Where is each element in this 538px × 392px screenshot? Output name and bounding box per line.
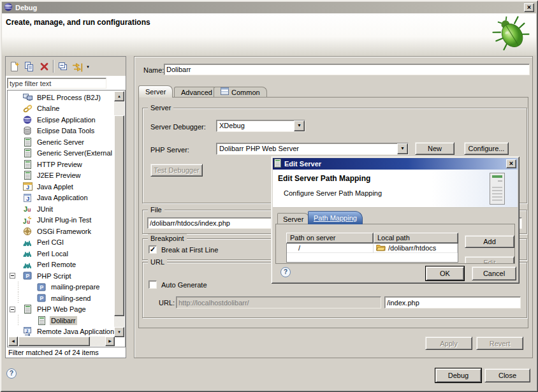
- tree-item-label: J2EE Preview: [36, 171, 82, 180]
- cancel-button[interactable]: Cancel: [472, 266, 516, 280]
- edit-server-tab-server[interactable]: Server: [277, 213, 309, 224]
- tree-item-junit[interactable]: JuJUnit: [8, 203, 114, 215]
- scroll-down-icon[interactable]: ▼: [114, 327, 124, 337]
- server-icon: [36, 316, 47, 325]
- url-label: URL:: [159, 299, 175, 307]
- tree-item-label: Eclipse Application: [36, 115, 97, 124]
- tree-item-mailing-send[interactable]: Pmailing-send: [8, 293, 114, 304]
- edit-server-close-button[interactable]: ×: [506, 159, 516, 168]
- tree-item-mailing-prepare[interactable]: Pmailing-prepare: [8, 282, 114, 293]
- tree-item-perl-local[interactable]: Perl Local: [8, 248, 114, 259]
- edit-mapping-button[interactable]: Edit: [465, 256, 514, 264]
- tree-item-generic-server-external-la[interactable]: Generic Server(External La: [8, 148, 114, 159]
- cell-path-on-server: /: [287, 243, 374, 253]
- tree-item-perl-cgi[interactable]: Perl CGI: [8, 237, 114, 249]
- name-label: Name:: [143, 66, 164, 74]
- type-filter-input[interactable]: [7, 78, 106, 89]
- tree-item-perl-remote[interactable]: Perl Remote: [8, 259, 114, 271]
- filter-menu-chevron-icon[interactable]: ▼: [86, 65, 90, 69]
- tab-advanced[interactable]: Advanced: [174, 87, 219, 98]
- php-server-label: PHP Server:: [150, 146, 189, 154]
- column-path-on-server[interactable]: Path on server: [286, 233, 374, 243]
- filter-status-text: Filter matched 24 of 24 items: [8, 349, 99, 356]
- auto-generate-checkbox[interactable]: [149, 280, 157, 289]
- tree-item-php-script[interactable]: PPHP Script: [8, 270, 114, 282]
- test-debugger-button[interactable]: Test Debugger: [150, 164, 203, 177]
- tree-item-generic-server[interactable]: Generic Server: [8, 136, 114, 148]
- mapping-table-row[interactable]: //dolibarr/htdocs: [287, 243, 458, 253]
- new-configuration-icon[interactable]: [8, 61, 20, 73]
- junit-icon: Ju: [22, 204, 33, 214]
- server-tower-icon: [486, 172, 509, 207]
- break-first-line-checkbox[interactable]: [149, 245, 157, 254]
- add-mapping-button[interactable]: Add: [465, 235, 514, 248]
- column-local-path[interactable]: Local path: [374, 233, 458, 243]
- url-base-input: [176, 296, 381, 309]
- server-debugger-select[interactable]: XDebug ▼: [216, 120, 305, 132]
- chevron-down-icon[interactable]: ▼: [397, 143, 408, 154]
- svg-text:J: J: [26, 184, 29, 191]
- table-icon: [221, 87, 229, 98]
- tab-common[interactable]: Common: [214, 87, 267, 98]
- tree-item-bpel-process-b2j[interactable]: BPEL Process (B2J): [8, 92, 114, 103]
- cell-local-path: /dolibarr/htdocs: [374, 243, 458, 253]
- collapse-minus-icon[interactable]: [10, 307, 15, 312]
- tree-item-java-application[interactable]: JJava Application: [8, 192, 114, 204]
- eclipse-app-icon: [22, 115, 33, 124]
- help-icon[interactable]: ?: [280, 267, 291, 277]
- tab-server[interactable]: Server: [138, 85, 173, 98]
- hscroll-thumb[interactable]: [18, 337, 90, 346]
- banner-title: Create, manage, and run configurations: [6, 18, 150, 27]
- tree-item-dolibarr[interactable]: Dolibarr: [8, 315, 114, 326]
- scroll-right-icon[interactable]: ▶: [105, 337, 115, 346]
- duplicate-configuration-icon[interactable]: [23, 61, 35, 73]
- database-icon: [22, 126, 33, 136]
- configurations-tree-box: BPEL Process (B2J)ChaîneEclipse Applicat…: [7, 90, 126, 347]
- tree-item-eclipse-application[interactable]: Eclipse Application: [8, 114, 114, 126]
- svg-text:u: u: [27, 207, 31, 213]
- tree-item-cha-ne[interactable]: Chaîne: [8, 103, 114, 115]
- window-close-button[interactable]: ×: [524, 3, 534, 12]
- delete-configuration-icon[interactable]: [38, 61, 50, 73]
- window-titlebar[interactable]: Debug ×: [2, 2, 536, 13]
- tree-item-eclipse-data-tools[interactable]: Eclipse Data Tools: [8, 126, 114, 137]
- ok-button[interactable]: OK: [426, 266, 464, 280]
- configurations-sidebar: ▼ BPEL Process (B2J)ChaîneEclipse Applic…: [5, 56, 126, 358]
- tree-item-junit-plug-in-test[interactable]: JuJUnit Plug-in Test: [8, 215, 114, 226]
- tree-item-http-preview[interactable]: HTTP Preview: [8, 159, 114, 170]
- tree-item-j2ee-preview[interactable]: J2EE Preview: [8, 170, 114, 182]
- tree-item-label: Chaîne: [36, 104, 61, 113]
- apply-button[interactable]: Apply: [425, 337, 472, 350]
- vscroll-thumb[interactable]: [114, 115, 124, 316]
- tree-hscrollbar[interactable]: ◀ ▶: [8, 337, 115, 346]
- chevron-down-icon[interactable]: ▼: [294, 120, 305, 131]
- svg-text:u: u: [27, 219, 30, 224]
- scroll-left-icon[interactable]: ◀: [8, 337, 18, 346]
- tree-item-label: Perl CGI: [36, 238, 65, 247]
- tree-item-label: mailing-prepare: [50, 282, 101, 291]
- collapse-all-icon[interactable]: [57, 61, 69, 73]
- edit-server-tab-path-mapping[interactable]: Path Mapping: [308, 211, 363, 224]
- close-button[interactable]: Close: [484, 368, 530, 382]
- debug-button[interactable]: Debug: [435, 368, 481, 382]
- name-input[interactable]: [164, 64, 530, 75]
- server-icon: [22, 149, 33, 158]
- sidebar-toolbar: ▼: [6, 57, 126, 76]
- scroll-up-icon[interactable]: ▲: [114, 91, 124, 101]
- tree-item-php-web-page[interactable]: PHP Web Page: [8, 304, 114, 316]
- new-server-button[interactable]: New: [415, 142, 454, 155]
- edit-server-titlebar[interactable]: Edit Server ×: [273, 158, 518, 170]
- tree-item-osgi-framework[interactable]: OSGi Framework: [8, 226, 114, 237]
- revert-button[interactable]: Revert: [476, 337, 523, 350]
- tree-vscrollbar[interactable]: ▲ ▼: [114, 91, 124, 337]
- url-path-input[interactable]: [384, 296, 521, 309]
- help-icon[interactable]: ?: [6, 368, 17, 379]
- collapse-minus-icon[interactable]: [10, 273, 15, 279]
- tree-item-remote-java-application[interactable]: JRemote Java Application: [8, 326, 114, 338]
- debug-bug-icon: [491, 15, 531, 54]
- configure-server-button[interactable]: Configure...: [464, 142, 509, 155]
- filter-configurations-icon[interactable]: [71, 61, 84, 73]
- php-server-select[interactable]: Dolibarr PHP Web Server ▼: [216, 143, 409, 155]
- tree-item-java-applet[interactable]: JJava Applet: [8, 181, 114, 192]
- tree-item-label: Generic Server: [36, 138, 85, 147]
